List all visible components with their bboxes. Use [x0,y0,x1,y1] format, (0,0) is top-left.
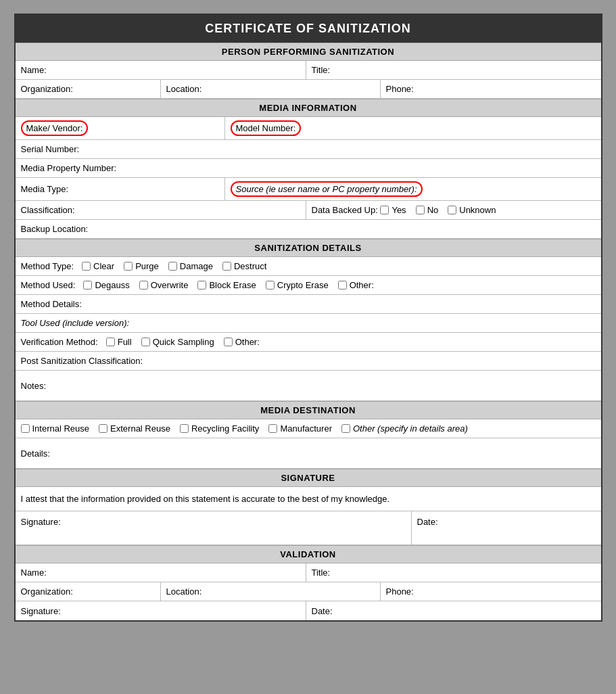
external-reuse-label[interactable]: External Reuse [99,423,170,434]
recycling-label[interactable]: Recycling Facility [180,423,259,434]
notes-label: Notes: [21,381,47,391]
no-checkbox[interactable] [416,206,425,214]
crypto-erase-checkbox-label[interactable]: Crypto Erase [266,280,329,290]
quick-sampling-label: Quick Sampling [153,337,214,347]
model-number-label: Model Number: [231,120,302,136]
val-phone-cell: Phone: [381,582,601,601]
destruct-checkbox[interactable] [222,262,231,271]
post-classification-label: Post Sanitization Classification: [21,356,143,366]
val-location-cell: Location: [161,582,381,601]
verification-row: Verification Method: Full Quick Sampling… [16,333,601,352]
property-number-row: Media Property Number: [16,159,601,178]
degauss-label: Degauss [95,280,129,290]
no-checkbox-label[interactable]: No [416,205,439,215]
form-container: CERTIFICATE OF SANITIZATION PERSON PERFO… [14,14,602,622]
name-cell: Name: [16,61,306,79]
val-title-label: Title: [312,568,331,578]
overwrite-checkbox[interactable] [139,281,148,290]
title-label: Title: [312,65,331,75]
quick-sampling-checkbox-label[interactable]: Quick Sampling [141,337,214,347]
other-dest-checkbox[interactable] [341,424,350,433]
sanitization-section-header: SANITIZATION DETAILS [16,239,601,257]
other2-checkbox[interactable] [224,338,233,346]
name-label: Name: [21,65,47,75]
purge-checkbox[interactable] [124,262,133,271]
other-method-checkbox-label[interactable]: Other: [338,280,374,290]
sig-date-row: Signature: Date: [16,511,601,545]
internal-reuse-checkbox[interactable] [21,424,30,433]
org-cell: Organization: [16,80,161,98]
internal-reuse-label[interactable]: Internal Reuse [21,423,90,434]
backup-location-row: Backup Location: [16,220,601,239]
method-details-label: Method Details: [21,299,82,309]
manufacturer-text: Manufacturer [280,423,332,434]
location-label: Location: [166,84,202,94]
notes-row: Notes: [16,371,601,401]
yes-checkbox-label[interactable]: Yes [380,205,406,215]
full-checkbox[interactable] [106,338,115,346]
model-number-cell: Model Number: [225,117,601,139]
destruct-checkbox-label[interactable]: Destruct [222,261,266,271]
tool-used-row: Tool Used (include version): [16,314,601,333]
media-make-model-row: Make/ Vendor: Model Number: [16,117,601,140]
val-date-label: Date: [312,606,333,616]
block-erase-label: Block Erase [209,280,256,290]
backup-label: Backup Location: [21,224,89,234]
other2-checkbox-label[interactable]: Other: [224,337,260,347]
val-sig-label: Signature: [21,606,61,616]
person-org-row: Organization: Location: Phone: [16,80,601,99]
external-reuse-text: External Reuse [110,423,170,434]
overwrite-checkbox-label[interactable]: Overwrite [139,280,189,290]
validation-section-header: VALIDATION [16,545,601,563]
damage-checkbox-label[interactable]: Damage [168,261,213,271]
damage-label: Damage [180,261,213,271]
full-checkbox-label[interactable]: Full [106,337,132,347]
block-erase-checkbox-label[interactable]: Block Erase [197,280,256,290]
form-title: CERTIFICATE OF SANITIZATION [16,15,601,43]
clear-checkbox-label[interactable]: Clear [82,261,114,271]
degauss-checkbox[interactable] [83,281,92,290]
quick-sampling-checkbox[interactable] [141,338,150,346]
purge-checkbox-label[interactable]: Purge [124,261,159,271]
yes-label: Yes [392,205,406,215]
post-classification-row: Post Sanitization Classification: [16,352,601,371]
other-dest-text: Other (specify in details area) [353,423,468,434]
manufacturer-label[interactable]: Manufacturer [268,423,332,434]
manufacturer-checkbox[interactable] [268,424,277,433]
validation-sig-date-row: Signature: Date: [16,601,601,620]
full-label: Full [118,337,132,347]
degauss-checkbox-label[interactable]: Degauss [83,280,129,290]
yes-checkbox[interactable] [380,206,389,214]
attest-text-row: I attest that the information provided o… [16,487,601,511]
location-cell: Location: [161,80,381,98]
val-title-cell: Title: [306,563,601,582]
phone-label: Phone: [386,84,414,94]
sig-label: Signature: [21,517,61,527]
unknown-checkbox-label[interactable]: Unknown [448,205,496,215]
details-row: Details: [16,438,601,469]
damage-checkbox[interactable] [168,262,177,271]
make-vendor-cell: Make/ Vendor: [16,117,225,139]
data-backed-cell: Data Backed Up: Yes No Unknown [306,201,601,219]
clear-checkbox[interactable] [82,262,91,271]
no-label: No [427,205,439,215]
other-method-checkbox[interactable] [338,281,347,290]
classification-row: Classification: Data Backed Up: Yes No U… [16,201,601,220]
crypto-erase-checkbox[interactable] [266,281,275,290]
method-details-row: Method Details: [16,295,601,314]
media-type-cell: Media Type: [16,178,225,200]
purge-label: Purge [135,261,159,271]
unknown-checkbox[interactable] [448,206,456,214]
sig-cell: Signature: [16,511,412,545]
external-reuse-checkbox[interactable] [99,424,108,433]
media-section-header: MEDIA INFORMATION [16,99,601,117]
val-location-label: Location: [166,586,202,597]
recycling-checkbox[interactable] [180,424,189,433]
media-type-source-row: Media Type: Source (ie user name or PC p… [16,178,601,201]
val-name-cell: Name: [16,563,306,582]
source-cell: Source (ie user name or PC property numb… [225,178,601,200]
other-dest-label[interactable]: Other (specify in details area) [341,423,468,434]
source-label: Source (ie user name or PC property numb… [231,181,423,197]
block-erase-checkbox[interactable] [197,281,206,290]
val-date-cell: Date: [306,601,601,620]
